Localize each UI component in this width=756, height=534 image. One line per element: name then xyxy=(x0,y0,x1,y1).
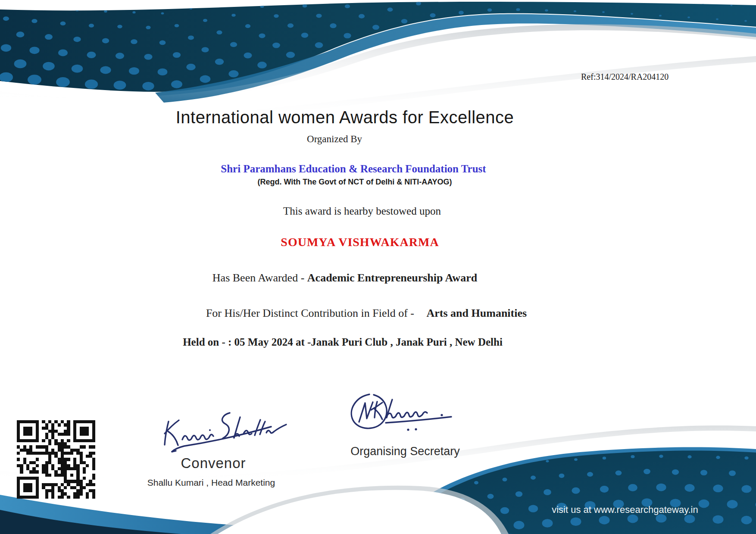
field-line: For His/Her Distinct Contribution in Fie… xyxy=(0,307,733,320)
qr-code-icon xyxy=(17,420,95,499)
reference-number: Ref:314/2024/RA204120 xyxy=(581,72,669,82)
award-line-prefix: Has Been Awarded - xyxy=(212,272,307,284)
bestowed-line: This award is hearby bestowed upon xyxy=(0,205,724,217)
footer-url: visit us at www.researchgateway.in xyxy=(539,504,711,515)
certificate-title: International women Awards for Excellenc… xyxy=(0,108,690,127)
field-line-prefix: For His/Her Distinct Contribution in Fie… xyxy=(206,307,417,319)
convenor-role-label: Convenor xyxy=(159,455,267,472)
award-line: Has Been Awarded - Academic Entrepreneur… xyxy=(0,272,690,284)
organized-by-label: Organized By xyxy=(0,134,669,145)
secretary-signature-handwriting xyxy=(343,390,457,437)
organization-name: Shri Paramhans Education & Research Foun… xyxy=(0,163,707,175)
certificate-page: Ref:314/2024/RA204120 International wome… xyxy=(0,0,756,534)
registration-line: (Regd. With The Govt of NCT of Delhi & N… xyxy=(0,178,709,187)
award-name: Academic Entrepreneurship Award xyxy=(307,272,477,284)
recipient-name: SOUMYA VISHWAKARMA xyxy=(0,235,720,249)
secretary-role-label: Organising Secretary xyxy=(343,445,468,458)
convenor-signature-handwriting xyxy=(162,409,287,453)
field-name: Arts and Humanities xyxy=(427,307,527,319)
convenor-name-label: Shallu Kumari , Head Marketing xyxy=(131,478,291,488)
event-line: Held on - : 05 May 2024 at -Janak Puri C… xyxy=(0,336,685,348)
